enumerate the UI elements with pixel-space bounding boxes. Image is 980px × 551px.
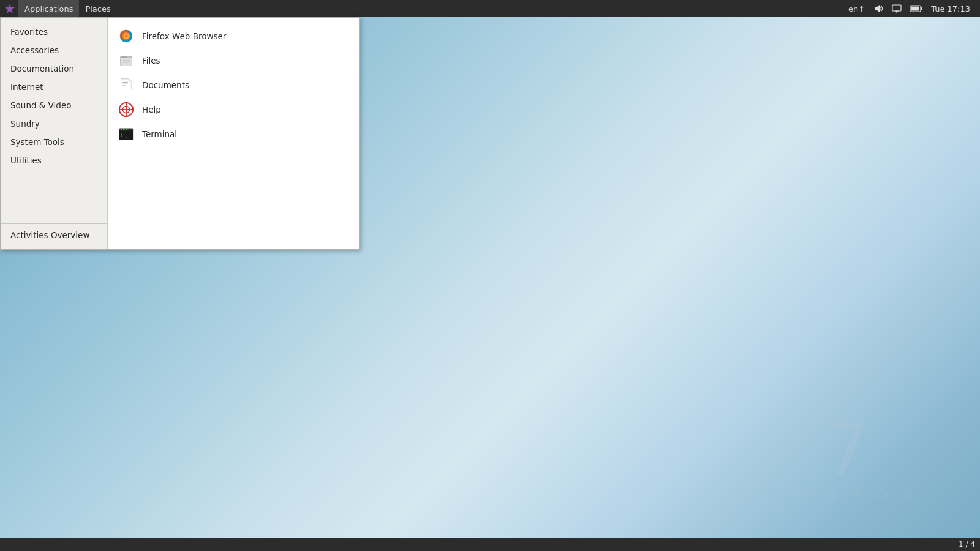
menu-apps-panel: Firefox Web Browser Files	[108, 18, 359, 249]
files-icon	[118, 52, 135, 69]
svg-rect-14	[121, 58, 132, 66]
centos-star-icon	[2, 1, 17, 16]
svg-point-31	[121, 129, 122, 130]
menu-categories: Favorites Accessories Documentation Inte…	[1, 18, 108, 249]
help-label: Help	[142, 105, 161, 114]
svg-text:$ _: $ _	[121, 133, 128, 138]
centos-watermark: 7 C E N T O S	[775, 413, 919, 502]
category-accessories[interactable]: Accessories	[1, 41, 107, 59]
centos-version-number: 7	[775, 413, 919, 487]
firefox-icon	[118, 28, 135, 45]
centos-brand-text: C E N T O S	[775, 487, 919, 502]
app-terminal[interactable]: $ _ Terminal	[108, 122, 359, 146]
top-panel: Applications Places en↑	[0, 0, 980, 17]
category-favorites[interactable]: Favorites	[1, 23, 107, 41]
applications-menu[interactable]: Applications	[18, 0, 79, 17]
firefox-label: Firefox Web Browser	[142, 31, 226, 41]
applications-menu-popup: Favorites Accessories Documentation Inte…	[0, 17, 360, 250]
files-label: Files	[142, 56, 160, 66]
documents-icon	[118, 77, 135, 94]
svg-rect-19	[129, 81, 132, 89]
terminal-icon: $ _	[118, 126, 135, 143]
documents-label: Documents	[142, 80, 189, 90]
datetime-display[interactable]: Tue 17:13	[929, 0, 973, 17]
category-sundry[interactable]: Sundry	[1, 114, 107, 133]
workspace-indicator: 1 / 4	[959, 540, 975, 549]
language-indicator[interactable]: en↑	[846, 0, 867, 17]
svg-rect-6	[921, 7, 922, 10]
category-internet[interactable]: Internet	[1, 78, 107, 96]
desktop: Applications Places en↑	[0, 0, 980, 551]
panel-left: Applications Places	[2, 0, 117, 17]
svg-point-33	[126, 129, 127, 130]
places-menu[interactable]: Places	[79, 0, 116, 17]
category-utilities[interactable]: Utilities	[1, 151, 107, 170]
terminal-label: Terminal	[142, 129, 177, 139]
svg-rect-2	[892, 5, 901, 11]
svg-rect-7	[911, 7, 919, 11]
svg-marker-18	[129, 79, 132, 81]
app-firefox[interactable]: Firefox Web Browser	[108, 24, 359, 48]
svg-marker-0	[5, 4, 15, 13]
svg-point-11	[124, 34, 128, 38]
app-files[interactable]: Files	[108, 48, 359, 73]
bottom-bar: 1 / 4	[0, 538, 980, 551]
app-help[interactable]: Help	[108, 97, 359, 122]
category-sound-video[interactable]: Sound & Video	[1, 96, 107, 114]
app-documents[interactable]: Documents	[108, 73, 359, 97]
svg-point-32	[123, 129, 124, 130]
help-icon	[118, 101, 135, 118]
category-separator	[1, 170, 107, 223]
volume-icon[interactable]	[871, 0, 886, 17]
svg-marker-1	[875, 5, 880, 12]
battery-icon[interactable]	[908, 0, 925, 17]
category-activities-overview[interactable]: Activities Overview	[1, 223, 107, 244]
display-icon[interactable]	[889, 0, 904, 17]
category-system-tools[interactable]: System Tools	[1, 133, 107, 151]
panel-right: en↑	[846, 0, 978, 17]
category-documentation[interactable]: Documentation	[1, 59, 107, 78]
